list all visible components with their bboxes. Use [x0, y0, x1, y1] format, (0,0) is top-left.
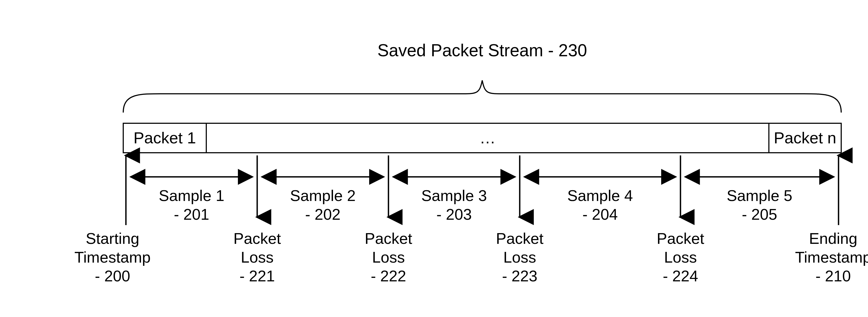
loss-4-ref: - 224 — [663, 267, 698, 285]
loss-2-l2: Loss — [372, 248, 405, 266]
start-label-l3: - 200 — [95, 267, 130, 285]
start-label-l2: Timestamp — [74, 248, 151, 266]
start-label-l1: Starting — [86, 230, 139, 247]
sample-3-ref: - 203 — [436, 205, 472, 223]
packet-cell-last: Packet n — [774, 129, 836, 147]
sample-1-ref: - 201 — [174, 205, 209, 223]
packet-cell-first: Packet 1 — [133, 129, 196, 147]
sample-5-name: Sample 5 — [726, 187, 792, 204]
sample-5-ref: - 205 — [742, 205, 777, 223]
loss-1-l1: Packet — [233, 230, 281, 247]
loss-3-l1: Packet — [496, 230, 543, 247]
sample-4-name: Sample 4 — [567, 187, 633, 204]
brace-icon — [123, 81, 841, 113]
sample-2-ref: - 202 — [305, 205, 341, 223]
loss-4-l1: Packet — [657, 230, 704, 247]
end-label-l1: Ending — [809, 230, 858, 247]
loss-4-l2: Loss — [664, 248, 697, 266]
packet-stream-bar: Packet 1 … Packet n — [123, 123, 841, 153]
loss-2-ref: - 222 — [371, 267, 406, 285]
packet-cell-middle: … — [479, 129, 496, 147]
loss-3-ref: - 223 — [502, 267, 537, 285]
loss-2-l1: Packet — [365, 230, 412, 247]
sample-3-name: Sample 3 — [421, 187, 487, 204]
sample-1-name: Sample 1 — [159, 187, 224, 204]
sample-4-ref: - 204 — [582, 205, 618, 223]
sample-2-name: Sample 2 — [290, 187, 355, 204]
loss-labels: Packet Loss - 221 Packet Loss - 222 Pack… — [233, 230, 704, 285]
sample-labels: Sample 1 - 201 Sample 2 - 202 Sample 3 -… — [159, 187, 792, 223]
loss-1-ref: - 221 — [240, 267, 275, 285]
packet-stream-diagram: Saved Packet Stream - 230 Packet 1 … Pac… — [0, 0, 868, 317]
end-label-l2: Timestamp — [795, 248, 868, 266]
loss-1-l2: Loss — [241, 248, 274, 266]
end-label-l3: - 210 — [815, 267, 851, 285]
loss-3-l2: Loss — [503, 248, 536, 266]
diagram-title: Saved Packet Stream - 230 — [377, 41, 587, 60]
